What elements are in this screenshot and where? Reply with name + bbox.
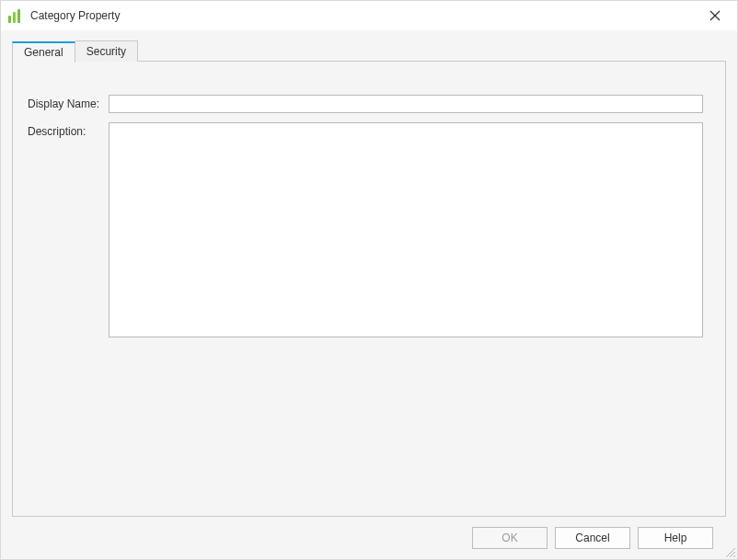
row-description: Description:	[28, 122, 703, 337]
app-icon	[8, 8, 23, 23]
tab-general[interactable]: General	[12, 41, 75, 63]
cancel-button[interactable]: Cancel	[555, 527, 630, 549]
row-display-name: Display Name:	[28, 95, 703, 113]
input-description[interactable]	[109, 122, 703, 337]
titlebar: Category Property	[1, 1, 737, 30]
tabstrip: General Security	[12, 40, 726, 62]
button-bar: OK Cancel Help	[12, 517, 726, 559]
tab-panel-general: Display Name: Description:	[12, 61, 726, 517]
close-icon	[709, 10, 721, 21]
label-display-name: Display Name:	[28, 95, 109, 110]
dialog-window: Category Property General Security Displ…	[0, 0, 738, 560]
window-title: Category Property	[30, 9, 120, 22]
client-area: General Security Display Name: Descripti…	[1, 30, 737, 559]
input-display-name[interactable]	[109, 95, 703, 113]
close-button[interactable]	[697, 3, 733, 29]
ok-button[interactable]: OK	[472, 527, 548, 549]
help-button[interactable]: Help	[638, 527, 713, 549]
tab-security[interactable]: Security	[75, 40, 138, 62]
label-description: Description:	[28, 122, 109, 138]
